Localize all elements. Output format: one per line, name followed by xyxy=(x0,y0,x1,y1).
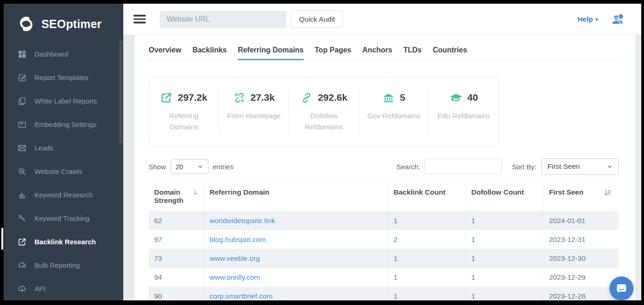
sidebar-item-keyword-research[interactable]: Keyword Research xyxy=(4,183,123,207)
stat-value: 297.2k xyxy=(178,92,207,103)
sidebar-item-bulk-reporting[interactable]: Bulk Reporting xyxy=(4,253,123,277)
table-row: 97 blog.hubspot.com 2 1 2023-12-31 xyxy=(149,230,619,249)
refdomains-table: Domain Strength Referring Domain Backlin… xyxy=(149,181,619,300)
bank-icon xyxy=(382,92,395,104)
sort-descending-arrow-icon xyxy=(191,189,199,196)
sidebar-item-leads[interactable]: Leads xyxy=(4,136,123,160)
cell-backlink-count: 2 xyxy=(388,230,466,249)
embedding-settings-icon xyxy=(17,120,27,129)
cell-first-seen: 2023-12-30 xyxy=(543,249,619,268)
referring-domain-link[interactable]: www.veeble.org xyxy=(210,254,260,262)
referring-domain-link[interactable]: corp.smartbrief.com xyxy=(210,292,273,300)
chevron-down-icon: ▾ xyxy=(595,16,598,23)
referring-domain-link[interactable]: blog.hubspot.com xyxy=(210,236,266,243)
quick-audit-button[interactable]: Quick Audit xyxy=(291,11,343,28)
keyword-tracking-icon xyxy=(17,214,27,223)
tab-overview[interactable]: Overview xyxy=(149,46,181,60)
sidebar-item-dashboard[interactable]: Dashboard xyxy=(4,42,123,66)
app-window: { "sidebar": { "logo": "SEOptimer", "ite… xyxy=(0,0,644,305)
api-icon xyxy=(17,284,27,293)
tab-countries[interactable]: Countries xyxy=(433,46,467,60)
table-row: 90 corp.smartbrief.com 1 1 2023-12-28 xyxy=(149,287,619,300)
stats-card: 297.2k Referring Domains 27.3k xyxy=(149,77,499,146)
stat-label: Edu Refdomains xyxy=(437,110,491,121)
column-header-dofollow-count[interactable]: Dofollow Count xyxy=(466,182,543,212)
column-header-backlink-count[interactable]: Backlink Count xyxy=(388,182,466,212)
sidebar-item-embedding-settings[interactable]: Embedding Settings xyxy=(4,113,123,136)
cell-first-seen: 2023-12-28 xyxy=(543,287,619,300)
sidebar-item-website-crawls[interactable]: Website Crawls xyxy=(4,160,123,183)
cell-backlink-count: 1 xyxy=(388,268,466,287)
stat-from-homepage: 27.3k From Homepage xyxy=(219,87,289,135)
sidebar-item-label: Report Templates xyxy=(34,74,88,81)
stat-referring-domains: 297.2k Referring Domains xyxy=(149,87,219,135)
website-url-input[interactable] xyxy=(160,11,286,28)
stat-label: Dofollow Refdomains xyxy=(297,110,351,132)
tab-referring-domains[interactable]: Referring Domains xyxy=(238,46,304,60)
sidebar-item-api[interactable]: API xyxy=(4,277,123,300)
chat-launcher[interactable] xyxy=(610,276,633,300)
cell-referring-domain: www.veeble.org xyxy=(204,249,388,268)
stat-value: 292.6k xyxy=(318,92,347,103)
sidebar-scrollbar-thumb[interactable] xyxy=(119,40,122,144)
table-header-row: Domain Strength Referring Domain Backlin… xyxy=(149,182,619,212)
tab-backlinks[interactable]: Backlinks xyxy=(192,46,227,60)
stat-edu-refdomains: 40 Edu Refdomains xyxy=(429,87,499,135)
sidebar-item-report-templates[interactable]: Report Templates xyxy=(4,66,123,89)
sort-amount-down-icon xyxy=(604,189,612,197)
stat-value: 27.3k xyxy=(251,92,275,103)
entries-label: entries xyxy=(213,163,234,171)
sort-by-select[interactable]: First Seen xyxy=(541,158,619,175)
column-header-first-seen[interactable]: First Seen xyxy=(543,182,619,212)
entries-select[interactable]: 20 xyxy=(171,159,208,174)
account-users-icon[interactable] xyxy=(611,12,626,26)
referring-domain-link[interactable]: worldwidetopsite.link xyxy=(210,217,275,224)
cell-domain-strength: 90 xyxy=(149,287,204,300)
cell-dofollow-count: 1 xyxy=(466,287,543,300)
window-scrollbar-thumb[interactable] xyxy=(1,228,3,250)
cell-domain-strength: 73 xyxy=(149,249,204,268)
tab-top-pages[interactable]: Top Pages xyxy=(315,46,351,60)
cell-dofollow-count: 1 xyxy=(466,211,543,230)
sidebar-item-backlink-research[interactable]: Backlink Research xyxy=(4,230,123,253)
referring-domain-link[interactable]: www.oreilly.com xyxy=(210,273,260,281)
hamburger-menu-icon[interactable] xyxy=(133,15,146,23)
logo[interactable]: SEOptimer xyxy=(4,13,123,35)
graduation-cap-icon xyxy=(450,92,462,104)
page: Overview Backlinks Referring Domains Top… xyxy=(149,35,619,300)
tab-tlds[interactable]: TLDs xyxy=(403,46,422,60)
help-label: Help xyxy=(577,15,593,23)
cell-referring-domain: worldwidetopsite.link xyxy=(204,211,388,230)
table-row: 73 www.veeble.org 1 1 2023-12-30 xyxy=(149,249,619,268)
stat-gov-refdomains: 5 Gov Refdomains xyxy=(359,87,429,135)
dashboard-icon xyxy=(17,50,27,59)
sort-by-select-value: First Seen xyxy=(547,162,580,171)
column-header-domain-strength[interactable]: Domain Strength xyxy=(149,182,204,212)
help-dropdown[interactable]: Help ▾ xyxy=(577,15,598,23)
logo-text: SEOptimer xyxy=(41,17,102,31)
cell-backlink-count: 1 xyxy=(388,287,466,300)
sidebar: SEOptimer Dashboard Report Templates xyxy=(4,4,123,300)
cell-backlink-count: 1 xyxy=(388,249,466,268)
column-header-referring-domain[interactable]: Referring Domain xyxy=(204,182,388,212)
sidebar-item-label: Keyword Tracking xyxy=(34,214,89,222)
cell-dofollow-count: 1 xyxy=(466,268,543,287)
white-label-reports-icon xyxy=(17,97,27,106)
cell-first-seen: 2023-12-31 xyxy=(543,230,619,249)
cell-dofollow-count: 1 xyxy=(466,230,543,249)
sidebar-item-keyword-tracking[interactable]: Keyword Tracking xyxy=(4,207,123,230)
sidebar-menu: Dashboard Report Templates White Label R… xyxy=(4,42,123,300)
sidebar-item-label: White Label Reports xyxy=(34,97,97,105)
cell-referring-domain: blog.hubspot.com xyxy=(204,230,388,249)
seoptimer-logo-icon xyxy=(17,14,36,34)
entries-select-value: 20 xyxy=(176,163,184,171)
search-input[interactable] xyxy=(425,159,502,174)
tab-anchors[interactable]: Anchors xyxy=(362,46,392,60)
content-scrollbar-track[interactable] xyxy=(635,35,641,300)
bulk-reporting-icon xyxy=(17,261,27,270)
sidebar-item-label: Dashboard xyxy=(34,50,68,58)
sidebar-item-white-label-reports[interactable]: White Label Reports xyxy=(4,89,123,113)
cell-referring-domain: www.oreilly.com xyxy=(204,268,388,287)
keyword-research-icon xyxy=(17,190,27,200)
table-controls: Show 20 entries Search: Sort By: First S… xyxy=(149,158,619,175)
